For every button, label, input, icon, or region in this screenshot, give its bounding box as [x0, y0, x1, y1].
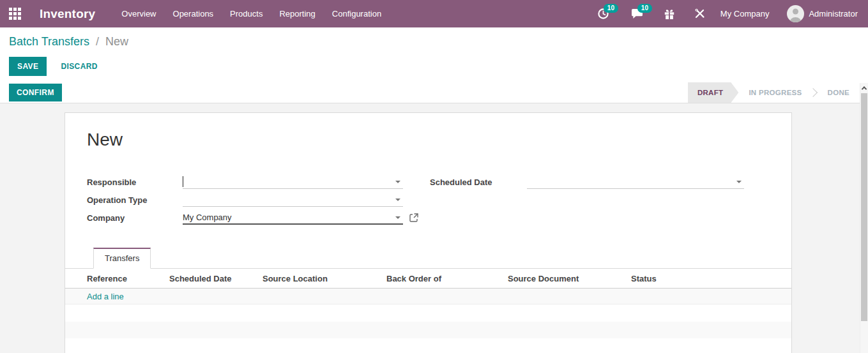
company-input[interactable]: My Company [183, 211, 403, 225]
statusbar: DRAFT IN PROGRESS DONE [688, 82, 860, 103]
scroll-up-button[interactable] [860, 83, 868, 93]
form-sheet: New Responsible Scheduled Date Operation… [65, 112, 792, 353]
company-dropdown-icon[interactable] [395, 216, 400, 219]
main-menu: Overview Operations Products Reporting C… [113, 0, 390, 27]
nav-item-operations[interactable]: Operations [165, 0, 222, 27]
operation-type-input[interactable] [183, 193, 403, 207]
operation-type-dropdown-icon[interactable] [395, 199, 400, 201]
breadcrumb-separator: / [96, 35, 99, 48]
user-name: Administrator [809, 9, 858, 19]
grid-icon [9, 8, 21, 20]
avatar [787, 5, 804, 22]
confirm-button[interactable]: CONFIRM [9, 84, 62, 101]
record-title: New [87, 130, 123, 150]
statusbar-row: CONFIRM DRAFT IN PROGRESS DONE [0, 82, 860, 103]
activities-badge: 10 [604, 4, 618, 13]
nav-item-reporting[interactable]: Reporting [271, 0, 323, 27]
nav-item-products[interactable]: Products [222, 0, 271, 27]
tools-icon [694, 8, 705, 19]
scheduled-date-dropdown-icon[interactable] [736, 181, 742, 183]
discard-button[interactable]: DISCARD [52, 57, 106, 76]
responsible-label: Responsible [87, 177, 183, 187]
external-link-icon [409, 213, 418, 222]
table-row: Add a line [65, 289, 791, 304]
navbar-systray: 10 10 My Company [591, 0, 868, 27]
column-header-source-document: Source Document [508, 274, 631, 283]
add-a-line-link[interactable]: Add a line [87, 292, 124, 301]
chevron-up-icon [862, 86, 867, 91]
company-switcher[interactable]: My Company [712, 0, 779, 27]
status-step-done[interactable]: DONE [818, 82, 860, 103]
column-header-source-location: Source Location [263, 274, 386, 283]
tab-transfers[interactable]: Transfers [93, 248, 151, 269]
company-label: Company [87, 213, 183, 223]
scrollbar-thumb[interactable] [861, 93, 867, 321]
status-step-draft[interactable]: DRAFT [688, 82, 738, 103]
breadcrumb-parent-link[interactable]: Batch Transfers [9, 35, 89, 48]
column-header-scheduled-date: Scheduled Date [169, 274, 263, 283]
breadcrumb-current: New [105, 35, 128, 48]
empty-row [65, 322, 791, 338]
person-icon [787, 5, 804, 22]
operation-type-label: Operation Type [87, 195, 183, 205]
company-value: My Company [183, 213, 232, 222]
scheduled-date-label: Scheduled Date [430, 177, 527, 187]
control-panel: Batch Transfers / New SAVE DISCARD CONFI… [0, 27, 868, 103]
status-step-in-progress[interactable]: IN PROGRESS [738, 82, 812, 103]
column-header-reference: Reference [65, 274, 169, 283]
transfers-table-header: Reference Scheduled Date Source Location… [65, 269, 791, 289]
notebook: Transfers Reference Scheduled Date Sourc… [65, 248, 791, 353]
responsible-input[interactable] [183, 175, 403, 189]
breadcrumb: Batch Transfers / New [9, 35, 128, 49]
apps-menu-icon[interactable] [0, 0, 29, 27]
tab-strip: Transfers [65, 248, 791, 269]
app-title: Inventory [40, 7, 95, 21]
user-menu[interactable]: Administrator [778, 0, 860, 27]
record-buttons: SAVE DISCARD [9, 57, 107, 76]
nav-item-configuration[interactable]: Configuration [324, 0, 390, 27]
scheduled-date-input[interactable] [527, 175, 744, 189]
empty-row [65, 304, 791, 322]
activities-button[interactable]: 10 [591, 0, 616, 27]
text-cursor [183, 176, 183, 187]
column-header-status: Status [631, 274, 791, 283]
gift-button[interactable] [657, 0, 681, 27]
vertical-scrollbar [860, 83, 868, 353]
messages-badge: 10 [637, 4, 652, 13]
company-external-link-button[interactable] [409, 213, 418, 222]
nav-item-overview[interactable]: Overview [113, 0, 164, 27]
gift-icon [664, 8, 675, 20]
save-button[interactable]: SAVE [9, 57, 47, 76]
support-tools-button[interactable] [688, 0, 712, 27]
responsible-dropdown-icon[interactable] [395, 181, 400, 183]
form-fields: Responsible Scheduled Date Operation Typ… [87, 173, 766, 227]
messages-button[interactable]: 10 [625, 0, 650, 27]
top-navbar: Inventory Overview Operations Products R… [0, 0, 868, 27]
column-header-back-order-of: Back Order of [386, 274, 508, 283]
empty-row [65, 338, 791, 353]
